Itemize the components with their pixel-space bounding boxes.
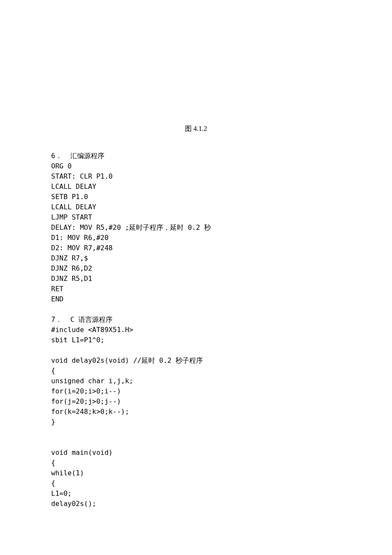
c-code-line: { — [51, 478, 341, 489]
c-code-line: for(j=20;j>0;j--) — [51, 396, 341, 407]
asm-code-line: ORG 0 — [51, 161, 341, 171]
figure-caption: 图 4.1.2 — [51, 124, 341, 134]
asm-code-line: D2: MOV R7,#248 — [51, 243, 341, 253]
c-code-line: for(k=248;k>0;k--); — [51, 407, 341, 417]
asm-code-line: LCALL DELAY — [51, 202, 341, 212]
c-code-line: void main(void) — [51, 448, 341, 458]
blank-line — [51, 345, 341, 356]
blank-line — [51, 427, 341, 437]
c-code-line: void delay02s(void) //延时 0.2 秒子程序 — [51, 356, 341, 366]
blank-line — [51, 437, 341, 448]
c-code-line: } — [51, 417, 341, 427]
c-code-line: L1=0; — [51, 489, 341, 499]
c-code-line: delay02s(); — [51, 499, 341, 509]
asm-code-line: END — [51, 294, 341, 304]
asm-code-line: SETB P1.0 — [51, 192, 341, 202]
asm-code-line: DJNZ R6,D2 — [51, 263, 341, 274]
c-code-line: sbit L1=P1^0; — [51, 335, 341, 345]
c-code-line: unsigned char i,j,k; — [51, 376, 341, 386]
blank-line — [51, 304, 341, 315]
section-6-heading: 6． 汇编源程序 — [51, 151, 341, 161]
asm-code-line: DJNZ R7,$ — [51, 253, 341, 263]
document-page: 图 4.1.2 6． 汇编源程序 ORG 0 START: CLR P1.0 L… — [0, 0, 392, 543]
asm-code-line: START: CLR P1.0 — [51, 171, 341, 182]
c-code-line: { — [51, 458, 341, 468]
c-code-line: for(i=20;i>0;i--) — [51, 386, 341, 396]
c-code-line: { — [51, 366, 341, 376]
asm-code-line: LJMP START — [51, 212, 341, 223]
c-code-line: while(1) — [51, 468, 341, 478]
asm-code-line: LCALL DELAY — [51, 182, 341, 192]
asm-code-line: RET — [51, 284, 341, 294]
asm-code-line: DJNZ R5,D1 — [51, 274, 341, 284]
section-7-heading: 7． C 语言源程序 — [51, 315, 341, 325]
asm-code-line: D1: MOV R6,#20 — [51, 233, 341, 243]
asm-code-line: DELAY: MOV R5,#20 ;延时子程序，延时 0.2 秒 — [51, 223, 341, 233]
c-code-line: #include <AT89X51.H> — [51, 325, 341, 335]
